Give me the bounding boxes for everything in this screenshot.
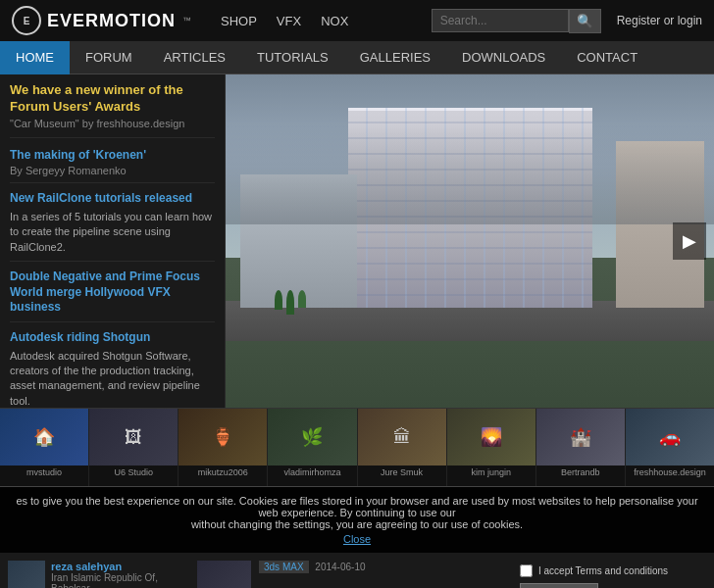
vfx-link[interactable]: VFX xyxy=(277,14,301,28)
articles-section: 3ds MAX 2014-06-10 E3 2014 trailers and … xyxy=(197,561,512,588)
subscribe-row: I accept Terms and conditions xyxy=(520,564,668,577)
sidebar-subtitle-1: By Sergeyy Romanenko xyxy=(10,165,215,176)
article-content-0: 3ds MAX 2014-06-10 xyxy=(259,561,366,573)
gallery-thumb-4: 🏛 xyxy=(358,409,446,466)
logo-tm: ™ xyxy=(182,16,191,25)
sidebar-item-0: We have a new winner of the Forum Users'… xyxy=(10,82,215,138)
sidebar-desc-4: Autodesk acquired Shotgun Software, crea… xyxy=(10,349,215,408)
subscribe-button[interactable]: SUBSCRIBE xyxy=(520,583,598,588)
skyline xyxy=(226,124,714,224)
sidebar-item-3: Double Negative and Prime Focus World me… xyxy=(10,270,215,322)
gallery-label-6: Bertrandb xyxy=(536,466,625,479)
cookie-bar: es to give you the best experience on ou… xyxy=(0,486,714,553)
user-item-0: reza salehyan Iran Islamic Republic Of, … xyxy=(8,561,189,588)
logo-area: E EVERMOTION™ xyxy=(12,6,191,35)
header-nav: SHOP VFX NOX xyxy=(221,14,348,28)
close-cookie-button[interactable]: Close xyxy=(343,533,371,545)
sidebar-title-2[interactable]: New RailClone tutorials released xyxy=(10,191,215,207)
main-nav: HOME FORUM ARTICLES TUTORIALS GALLERIES … xyxy=(0,41,714,74)
terms-label: I accept Terms and conditions xyxy=(538,565,668,576)
search-button[interactable]: 🔍 xyxy=(569,9,601,33)
article-tag-0: 3ds MAX xyxy=(259,561,309,573)
user-location-0: Iran Islamic Republic Of, Babolsar xyxy=(51,572,189,588)
gallery-item-1[interactable]: 🖼 U6 Studio xyxy=(89,409,178,486)
sidebar-item-4: Autodesk riding Shotgun Autodesk acquire… xyxy=(10,330,215,408)
gallery-thumb-7: 🚗 xyxy=(626,409,714,466)
gallery-item-4[interactable]: 🏛 Jure Smuk xyxy=(358,409,447,486)
gallery-item-0[interactable]: 🏠 mvstudio xyxy=(0,409,89,486)
nav-articles[interactable]: ARTICLES xyxy=(148,41,241,74)
gallery-thumb-1: 🖼 xyxy=(89,409,178,466)
gallery-thumb-6: 🏰 xyxy=(536,409,625,466)
sidebar-item-2: New RailClone tutorials released In a se… xyxy=(10,191,215,262)
sidebar-title-3[interactable]: Double Negative and Prime Focus World me… xyxy=(10,270,215,316)
gallery-label-2: mikutzu2006 xyxy=(178,466,267,479)
sidebar-subtitle-0: "Car Museum" by freshhouse.design xyxy=(10,118,215,129)
nox-link[interactable]: NOX xyxy=(321,14,348,28)
gallery-item-7[interactable]: 🚗 freshhouse.design xyxy=(626,409,714,486)
user-avatar-0 xyxy=(8,561,45,588)
article-meta-0: 3ds MAX 2014-06-10 xyxy=(259,561,366,573)
nav-home[interactable]: HOME xyxy=(0,41,70,74)
shop-link[interactable]: SHOP xyxy=(221,14,257,28)
article-row-0: 3ds MAX 2014-06-10 xyxy=(197,561,512,588)
gallery-item-2[interactable]: 🏺 mikutzu2006 xyxy=(178,409,268,486)
terms-checkbox[interactable] xyxy=(520,564,533,577)
gallery-label-5: kim jungin xyxy=(447,466,536,479)
logo-text: EVERMOTION xyxy=(47,11,176,31)
sidebar-desc-2: In a series of 5 tutorials you can learn… xyxy=(10,210,215,255)
article-thumb-0 xyxy=(197,561,251,588)
subscribe-area: I accept Terms and conditions SUBSCRIBE xyxy=(520,561,706,588)
user-info-0: reza salehyan Iran Islamic Republic Of, … xyxy=(51,561,189,588)
main-slider: ▶ xyxy=(226,74,714,408)
terms-text: I accept Terms and conditions xyxy=(538,565,668,576)
slider-next-arrow[interactable]: ▶ xyxy=(673,222,706,260)
search-input[interactable] xyxy=(432,9,569,32)
gallery-thumb-5: 🌄 xyxy=(447,409,536,466)
header: E EVERMOTION™ SHOP VFX NOX 🔍 Register or… xyxy=(0,0,714,41)
user-list: reza salehyan Iran Islamic Republic Of, … xyxy=(8,561,189,588)
sidebar-title-4[interactable]: Autodesk riding Shotgun xyxy=(10,330,215,346)
gallery-thumb-0: 🏠 xyxy=(0,409,88,466)
gallery-item-6[interactable]: 🏰 Bertrandb xyxy=(536,409,626,486)
gallery-item-3[interactable]: 🌿 vladimirhomza xyxy=(268,409,357,486)
gallery-item-5[interactable]: 🌄 kim jungin xyxy=(447,409,536,486)
bottom-content: reza salehyan Iran Islamic Republic Of, … xyxy=(0,553,714,588)
sidebar: We have a new winner of the Forum Users'… xyxy=(0,74,226,408)
nav-contact[interactable]: CONTACT xyxy=(561,41,653,74)
register-link[interactable]: Register or login xyxy=(617,14,702,27)
article-date-0: 2014-06-10 xyxy=(315,562,365,572)
nav-galleries[interactable]: GALLERIES xyxy=(344,41,446,74)
gallery-label-4: Jure Smuk xyxy=(358,466,446,479)
content-row: We have a new winner of the Forum Users'… xyxy=(0,74,714,408)
nav-forum[interactable]: FORUM xyxy=(70,41,148,74)
sidebar-item-1: The making of 'Kroenen' By Sergeyy Roman… xyxy=(10,148,215,184)
gallery-strip: 🏠 mvstudio 🖼 U6 Studio 🏺 mikutzu2006 🌿 v… xyxy=(0,408,714,486)
nav-downloads[interactable]: DOWNLOADS xyxy=(446,41,561,74)
sidebar-title-1[interactable]: The making of 'Kroenen' xyxy=(10,148,215,164)
gallery-thumb-3: 🌿 xyxy=(268,409,356,466)
user-name-0[interactable]: reza salehyan xyxy=(51,561,189,572)
cookie-text-1: es to give you the best experience on ou… xyxy=(12,495,702,518)
sidebar-title-0[interactable]: We have a new winner of the Forum Users'… xyxy=(10,82,215,116)
gallery-label-1: U6 Studio xyxy=(89,466,178,479)
logo-icon: E xyxy=(12,6,41,35)
gallery-thumb-2: 🏺 xyxy=(178,409,267,466)
nav-tutorials[interactable]: TUTORIALS xyxy=(241,41,344,74)
gallery-label-0: mvstudio xyxy=(0,466,88,479)
gallery-label-3: vladimirhomza xyxy=(268,466,356,479)
cookie-text-2: without changing the settings, you are a… xyxy=(12,518,702,530)
trees xyxy=(275,290,306,315)
gallery-label-7: freshhouse.design xyxy=(626,466,714,479)
search-area: 🔍 xyxy=(432,9,601,33)
slider-scene xyxy=(226,74,714,408)
